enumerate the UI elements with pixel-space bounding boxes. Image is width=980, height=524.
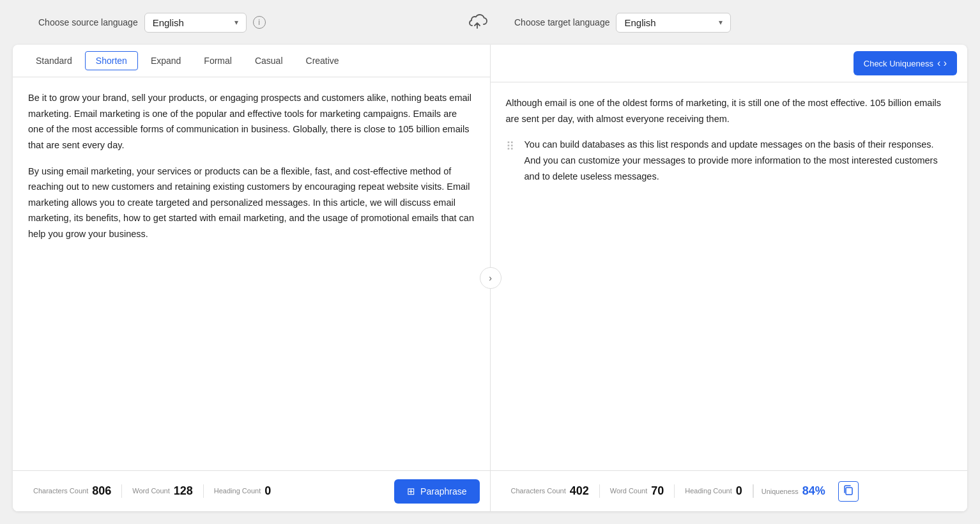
heading-count-group: Heading Count 0: [204, 484, 281, 498]
paraphrase-icon: ⊞: [407, 486, 415, 497]
right-paragraph-2: You can build databases as this list res…: [524, 137, 953, 184]
copy-button[interactable]: [838, 481, 859, 502]
source-lang-value: English: [153, 17, 184, 28]
source-lang-select[interactable]: English ▾: [144, 13, 247, 33]
check-uniqueness-button[interactable]: Check Uniqueness ‹ ›: [854, 51, 957, 75]
right-paragraph-1: Although email is one of the oldest form…: [506, 95, 953, 127]
right-heading-count-value: 0: [736, 484, 742, 498]
svg-rect-0: [846, 488, 852, 495]
word-count-group: Word Count 128: [122, 484, 204, 498]
uniqueness-value: 84%: [802, 484, 825, 498]
right-word-count-group: Word Count 70: [600, 484, 675, 498]
word-count-label: Word Count: [132, 486, 170, 495]
word-count-value: 128: [174, 484, 193, 498]
check-uniqueness-arrows-icon: ‹ ›: [937, 58, 947, 69]
left-text-area[interactable]: Be it to grow your brand, sell your prod…: [13, 77, 490, 470]
target-lang-value: English: [624, 17, 655, 28]
target-lang-chevron-icon: ▾: [719, 18, 723, 27]
right-text-area[interactable]: Although email is one of the oldest form…: [491, 82, 968, 470]
tab-casual[interactable]: Casual: [245, 52, 293, 70]
right-chars-count-label: Characters Count: [511, 486, 566, 495]
tab-standard[interactable]: Standard: [26, 52, 82, 70]
heading-count-value: 0: [264, 484, 271, 498]
paraphrase-btn-label: Paraphrase: [420, 486, 466, 497]
left-paragraph-2: By using email marketing, your services …: [28, 164, 475, 242]
info-icon[interactable]: i: [253, 16, 266, 29]
tabs-bar: Standard Shorten Expand Formal Casual Cr…: [13, 45, 490, 77]
target-lang-label: Choose target language: [514, 17, 609, 27]
left-bottom-bar: Characters Count 806 Word Count 128 Head…: [13, 470, 490, 511]
right-heading-count-label: Heading Count: [685, 486, 731, 495]
drag-handle-icon[interactable]: ⠿: [506, 137, 514, 157]
check-uniqueness-label: Check Uniqueness: [864, 59, 933, 68]
right-bottom-bar: Characters Count 402 Word Count 70 Headi…: [491, 470, 968, 511]
uniqueness-group: Uniqueness 84%: [753, 484, 833, 498]
tab-expand[interactable]: Expand: [141, 52, 191, 70]
cloud-upload-icon[interactable]: [466, 12, 489, 34]
chars-count-group: Characters Count 806: [23, 484, 122, 498]
source-lang-chevron-icon: ▾: [234, 18, 238, 27]
transfer-arrow-button[interactable]: ›: [480, 267, 501, 289]
tab-shorten[interactable]: Shorten: [85, 51, 138, 70]
chars-count-label: Characters Count: [33, 486, 88, 495]
chars-count-value: 806: [92, 484, 111, 498]
source-lang-label: Choose source language: [38, 17, 138, 27]
right-word-count-label: Word Count: [610, 486, 648, 495]
right-top-bar: Check Uniqueness ‹ ›: [491, 45, 968, 82]
paraphrase-button[interactable]: ⊞ Paraphrase: [394, 479, 479, 504]
tab-creative[interactable]: Creative: [296, 52, 349, 70]
left-paragraph-1: Be it to grow your brand, sell your prod…: [28, 90, 475, 153]
heading-count-label: Heading Count: [214, 486, 261, 495]
right-chars-count-value: 402: [570, 484, 589, 498]
tab-formal[interactable]: Formal: [194, 52, 242, 70]
target-lang-select[interactable]: English ▾: [616, 13, 731, 33]
right-chars-count-group: Characters Count 402: [501, 484, 600, 498]
uniqueness-label: Uniqueness: [762, 488, 799, 495]
right-word-count-value: 70: [651, 484, 664, 498]
copy-icon: [843, 484, 854, 498]
right-heading-count-group: Heading Count 0: [675, 484, 753, 498]
